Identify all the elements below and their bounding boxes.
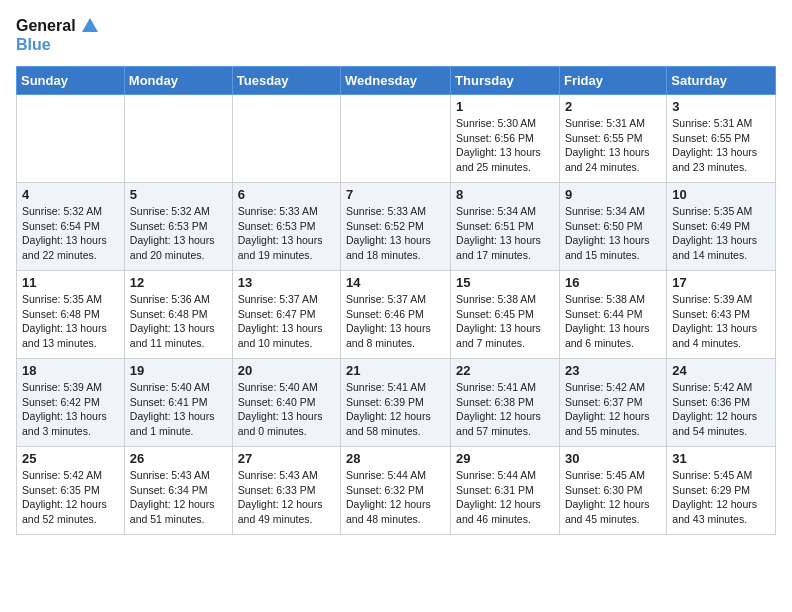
cell-content: Sunrise: 5:30 AM Sunset: 6:56 PM Dayligh… [456, 116, 554, 175]
calendar-cell: 28Sunrise: 5:44 AM Sunset: 6:32 PM Dayli… [341, 447, 451, 535]
calendar-cell [232, 95, 340, 183]
week-row-5: 25Sunrise: 5:42 AM Sunset: 6:35 PM Dayli… [17, 447, 776, 535]
day-number: 22 [456, 363, 554, 378]
calendar-cell: 13Sunrise: 5:37 AM Sunset: 6:47 PM Dayli… [232, 271, 340, 359]
cell-content: Sunrise: 5:42 AM Sunset: 6:35 PM Dayligh… [22, 468, 119, 527]
cell-content: Sunrise: 5:44 AM Sunset: 6:32 PM Dayligh… [346, 468, 445, 527]
day-number: 26 [130, 451, 227, 466]
cell-content: Sunrise: 5:45 AM Sunset: 6:29 PM Dayligh… [672, 468, 770, 527]
week-row-4: 18Sunrise: 5:39 AM Sunset: 6:42 PM Dayli… [17, 359, 776, 447]
cell-content: Sunrise: 5:42 AM Sunset: 6:36 PM Dayligh… [672, 380, 770, 439]
calendar-cell: 3Sunrise: 5:31 AM Sunset: 6:55 PM Daylig… [667, 95, 776, 183]
day-number: 21 [346, 363, 445, 378]
calendar-cell: 9Sunrise: 5:34 AM Sunset: 6:50 PM Daylig… [559, 183, 666, 271]
week-row-2: 4Sunrise: 5:32 AM Sunset: 6:54 PM Daylig… [17, 183, 776, 271]
day-number: 14 [346, 275, 445, 290]
cell-content: Sunrise: 5:45 AM Sunset: 6:30 PM Dayligh… [565, 468, 661, 527]
calendar-cell: 2Sunrise: 5:31 AM Sunset: 6:55 PM Daylig… [559, 95, 666, 183]
day-number: 5 [130, 187, 227, 202]
calendar-cell: 24Sunrise: 5:42 AM Sunset: 6:36 PM Dayli… [667, 359, 776, 447]
day-number: 8 [456, 187, 554, 202]
cell-content: Sunrise: 5:37 AM Sunset: 6:47 PM Dayligh… [238, 292, 335, 351]
day-header-saturday: Saturday [667, 67, 776, 95]
calendar-cell: 16Sunrise: 5:38 AM Sunset: 6:44 PM Dayli… [559, 271, 666, 359]
day-number: 2 [565, 99, 661, 114]
cell-content: Sunrise: 5:31 AM Sunset: 6:55 PM Dayligh… [672, 116, 770, 175]
day-header-friday: Friday [559, 67, 666, 95]
day-header-thursday: Thursday [451, 67, 560, 95]
calendar-cell: 19Sunrise: 5:40 AM Sunset: 6:41 PM Dayli… [124, 359, 232, 447]
cell-content: Sunrise: 5:44 AM Sunset: 6:31 PM Dayligh… [456, 468, 554, 527]
cell-content: Sunrise: 5:31 AM Sunset: 6:55 PM Dayligh… [565, 116, 661, 175]
day-number: 23 [565, 363, 661, 378]
cell-content: Sunrise: 5:43 AM Sunset: 6:33 PM Dayligh… [238, 468, 335, 527]
cell-content: Sunrise: 5:38 AM Sunset: 6:44 PM Dayligh… [565, 292, 661, 351]
calendar-cell: 30Sunrise: 5:45 AM Sunset: 6:30 PM Dayli… [559, 447, 666, 535]
cell-content: Sunrise: 5:33 AM Sunset: 6:53 PM Dayligh… [238, 204, 335, 263]
day-number: 31 [672, 451, 770, 466]
calendar-cell [341, 95, 451, 183]
calendar-cell [124, 95, 232, 183]
calendar-cell: 18Sunrise: 5:39 AM Sunset: 6:42 PM Dayli… [17, 359, 125, 447]
day-number: 12 [130, 275, 227, 290]
calendar-cell: 10Sunrise: 5:35 AM Sunset: 6:49 PM Dayli… [667, 183, 776, 271]
day-number: 27 [238, 451, 335, 466]
cell-content: Sunrise: 5:38 AM Sunset: 6:45 PM Dayligh… [456, 292, 554, 351]
cell-content: Sunrise: 5:35 AM Sunset: 6:49 PM Dayligh… [672, 204, 770, 263]
cell-content: Sunrise: 5:41 AM Sunset: 6:38 PM Dayligh… [456, 380, 554, 439]
day-number: 15 [456, 275, 554, 290]
calendar-cell: 26Sunrise: 5:43 AM Sunset: 6:34 PM Dayli… [124, 447, 232, 535]
calendar-table: SundayMondayTuesdayWednesdayThursdayFrid… [16, 66, 776, 535]
cell-content: Sunrise: 5:39 AM Sunset: 6:43 PM Dayligh… [672, 292, 770, 351]
day-header-monday: Monday [124, 67, 232, 95]
calendar-cell: 5Sunrise: 5:32 AM Sunset: 6:53 PM Daylig… [124, 183, 232, 271]
day-number: 17 [672, 275, 770, 290]
calendar-cell: 17Sunrise: 5:39 AM Sunset: 6:43 PM Dayli… [667, 271, 776, 359]
cell-content: Sunrise: 5:40 AM Sunset: 6:41 PM Dayligh… [130, 380, 227, 439]
day-number: 3 [672, 99, 770, 114]
day-number: 4 [22, 187, 119, 202]
calendar-cell: 1Sunrise: 5:30 AM Sunset: 6:56 PM Daylig… [451, 95, 560, 183]
day-number: 25 [22, 451, 119, 466]
week-row-3: 11Sunrise: 5:35 AM Sunset: 6:48 PM Dayli… [17, 271, 776, 359]
calendar-cell: 6Sunrise: 5:33 AM Sunset: 6:53 PM Daylig… [232, 183, 340, 271]
header-row: SundayMondayTuesdayWednesdayThursdayFrid… [17, 67, 776, 95]
calendar-cell: 12Sunrise: 5:36 AM Sunset: 6:48 PM Dayli… [124, 271, 232, 359]
cell-content: Sunrise: 5:41 AM Sunset: 6:39 PM Dayligh… [346, 380, 445, 439]
cell-content: Sunrise: 5:39 AM Sunset: 6:42 PM Dayligh… [22, 380, 119, 439]
day-number: 7 [346, 187, 445, 202]
day-number: 10 [672, 187, 770, 202]
cell-content: Sunrise: 5:33 AM Sunset: 6:52 PM Dayligh… [346, 204, 445, 263]
calendar-cell: 27Sunrise: 5:43 AM Sunset: 6:33 PM Dayli… [232, 447, 340, 535]
svg-marker-0 [82, 18, 98, 32]
day-number: 19 [130, 363, 227, 378]
logo-triangle-icon [80, 16, 100, 36]
day-number: 6 [238, 187, 335, 202]
day-number: 20 [238, 363, 335, 378]
cell-content: Sunrise: 5:42 AM Sunset: 6:37 PM Dayligh… [565, 380, 661, 439]
calendar-cell: 15Sunrise: 5:38 AM Sunset: 6:45 PM Dayli… [451, 271, 560, 359]
calendar-cell: 31Sunrise: 5:45 AM Sunset: 6:29 PM Dayli… [667, 447, 776, 535]
header: General Blue [16, 16, 776, 54]
day-number: 9 [565, 187, 661, 202]
calendar-cell: 8Sunrise: 5:34 AM Sunset: 6:51 PM Daylig… [451, 183, 560, 271]
cell-content: Sunrise: 5:43 AM Sunset: 6:34 PM Dayligh… [130, 468, 227, 527]
cell-content: Sunrise: 5:32 AM Sunset: 6:54 PM Dayligh… [22, 204, 119, 263]
day-number: 1 [456, 99, 554, 114]
day-number: 16 [565, 275, 661, 290]
cell-content: Sunrise: 5:32 AM Sunset: 6:53 PM Dayligh… [130, 204, 227, 263]
day-number: 11 [22, 275, 119, 290]
day-number: 18 [22, 363, 119, 378]
cell-content: Sunrise: 5:36 AM Sunset: 6:48 PM Dayligh… [130, 292, 227, 351]
day-header-wednesday: Wednesday [341, 67, 451, 95]
day-number: 28 [346, 451, 445, 466]
calendar-cell: 29Sunrise: 5:44 AM Sunset: 6:31 PM Dayli… [451, 447, 560, 535]
calendar-cell: 20Sunrise: 5:40 AM Sunset: 6:40 PM Dayli… [232, 359, 340, 447]
day-number: 29 [456, 451, 554, 466]
cell-content: Sunrise: 5:34 AM Sunset: 6:50 PM Dayligh… [565, 204, 661, 263]
calendar-cell: 25Sunrise: 5:42 AM Sunset: 6:35 PM Dayli… [17, 447, 125, 535]
cell-content: Sunrise: 5:34 AM Sunset: 6:51 PM Dayligh… [456, 204, 554, 263]
day-number: 24 [672, 363, 770, 378]
logo: General Blue [16, 16, 100, 54]
calendar-cell: 22Sunrise: 5:41 AM Sunset: 6:38 PM Dayli… [451, 359, 560, 447]
